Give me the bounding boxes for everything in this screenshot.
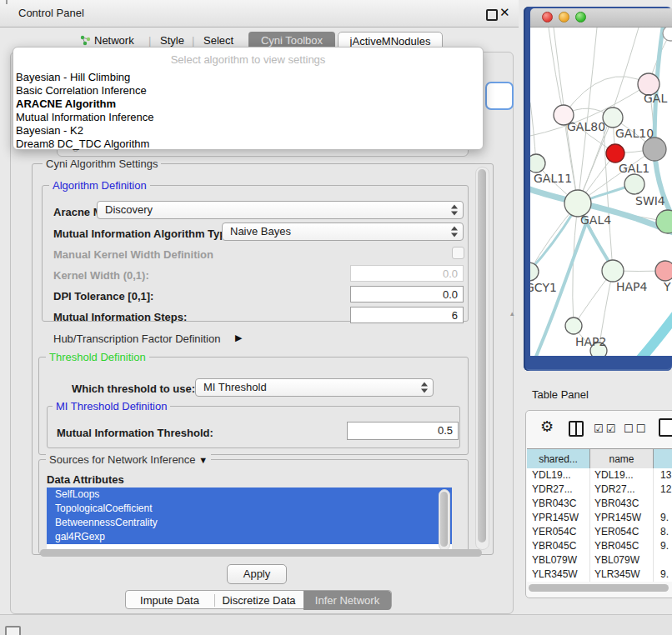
which-threshold-label: Which threshold to use: — [72, 382, 195, 395]
network-canvas[interactable]: GALGAL80GAL10GAL1GAL11SWI4GAL4GCY1HAP4YH… — [530, 28, 672, 356]
table-cell — [654, 553, 672, 568]
table-row[interactable]: YDL19...YDL19...13 — [527, 468, 672, 482]
table-cell: YDR27... — [527, 482, 590, 497]
network-node[interactable] — [655, 261, 672, 281]
network-node[interactable] — [530, 154, 545, 172]
network-node-label: SWI4 — [635, 194, 665, 208]
table-cell: YBR043C — [527, 497, 590, 511]
sources-title-text: Sources for Network Inference — [49, 453, 196, 466]
network-node[interactable] — [624, 174, 644, 194]
mi-type-combo[interactable]: Naive Bayes — [222, 222, 464, 241]
collapse-down-icon[interactable]: ▼ — [198, 455, 208, 465]
table-cell: 12 — [654, 482, 672, 497]
which-threshold-value: MI Threshold — [203, 381, 267, 393]
cyni-settings-title: Cyni Algorithm Settings — [43, 158, 161, 170]
table-row[interactable]: YLR345WYLR345W9. — [527, 568, 672, 582]
network-window-titlebar[interactable] — [530, 8, 672, 28]
expand-right-icon[interactable]: ▶ — [235, 332, 242, 343]
data-attribute-item[interactable]: BetweennessCentrality — [47, 516, 452, 530]
network-node[interactable] — [603, 108, 623, 128]
table-row[interactable]: YBL079WYBL079W — [527, 553, 672, 568]
aracne-mode-combo[interactable]: Discovery — [97, 201, 464, 219]
float-window-icon[interactable] — [486, 9, 498, 21]
gear-icon[interactable]: ⚙ — [540, 418, 554, 436]
threshold-definition-title: Threshold Definition — [46, 351, 149, 363]
select-all-checkboxes-icon[interactable]: ☑☑ — [594, 422, 618, 435]
kernel-width-field[interactable]: 0.0 — [350, 265, 464, 282]
dpi-tolerance-field[interactable]: 0.0 — [350, 286, 464, 302]
network-node[interactable] — [656, 210, 672, 233]
settings-vertical-scrollbar[interactable] — [475, 167, 489, 550]
tab-infer-network[interactable]: Infer Network — [303, 591, 391, 610]
table-row[interactable]: YBR045CYBR045C9. — [527, 539, 672, 553]
attributes-scrollbar-thumb[interactable] — [440, 492, 448, 547]
table-header: shared... name — [527, 448, 672, 470]
manual-kernel-checkbox[interactable] — [452, 247, 464, 259]
network-node-label: GCY1 — [530, 281, 557, 294]
minimized-panel-icon[interactable] — [5, 626, 21, 635]
network-graph: GALGAL80GAL10GAL1GAL11SWI4GAL4GCY1HAP4YH… — [530, 28, 672, 356]
deselect-all-checkboxes-icon[interactable]: ☐☐ — [624, 422, 648, 435]
algorithm-option[interactable]: Bayesian - K2 — [13, 124, 483, 138]
table-row[interactable]: YER054CYER054C8. — [527, 525, 672, 539]
apply-button[interactable]: Apply — [227, 564, 287, 584]
network-node[interactable] — [663, 28, 672, 41]
network-node[interactable] — [602, 260, 624, 282]
network-node[interactable] — [530, 262, 539, 281]
network-node[interactable] — [565, 318, 582, 334]
data-attributes-list[interactable]: SelfLoopsTopologicalCoefficientBetweenne… — [47, 488, 452, 552]
network-node-label: GAL1 — [619, 162, 649, 175]
export-table-icon[interactable] — [659, 418, 672, 437]
tab-network[interactable]: Network — [94, 34, 134, 47]
algorithm-option[interactable]: Basic Correlation Inference — [13, 84, 483, 98]
table-row[interactable]: YPR145WYPR145W9. — [527, 511, 672, 525]
which-threshold-combo[interactable]: MI Threshold — [195, 378, 434, 397]
focused-combo-fragment[interactable] — [485, 82, 514, 110]
tab-discretize-data[interactable]: Discretize Data — [215, 591, 303, 610]
column-header-clipped[interactable] — [654, 449, 672, 469]
close-icon[interactable]: ✕ — [499, 5, 510, 20]
kernel-width-label: Kernel Width (0,1): — [53, 269, 149, 282]
column-header-name[interactable]: name — [590, 449, 654, 469]
control-panel-title: Control Panel — [18, 7, 84, 19]
mi-type-value: Naive Bayes — [230, 225, 291, 238]
settings-horizontal-scrollbar[interactable] — [40, 549, 482, 557]
data-attribute-item[interactable]: TopologicalCoefficient — [47, 502, 452, 516]
table-cell: 9. — [654, 539, 672, 553]
network-node-label: HAP4 — [616, 280, 648, 293]
algorithm-option[interactable]: Bayesian - Hill Climbing — [13, 71, 483, 84]
settings-vertical-scrollbar-thumb[interactable] — [478, 169, 486, 542]
tab-style[interactable]: Style — [160, 34, 184, 47]
tab-select[interactable]: Select — [203, 34, 233, 47]
table-body: YDL19...YDL19...13YDR27...YDR27...12YBR0… — [527, 468, 672, 582]
close-traffic-light[interactable] — [542, 12, 553, 22]
tab-separator: | — [192, 34, 194, 47]
network-node-label: HAP2 — [575, 335, 606, 348]
table-cell: YBL079W — [590, 553, 654, 568]
tab-separator: | — [148, 34, 151, 47]
zoom-traffic-light[interactable] — [575, 12, 586, 22]
column-selector-icon[interactable] — [569, 421, 584, 437]
panel-resize-icon[interactable]: ▴ — [510, 309, 514, 318]
network-node[interactable] — [643, 138, 666, 161]
network-node[interactable] — [606, 144, 624, 162]
mi-threshold-field[interactable]: 0.5 — [347, 422, 459, 440]
data-attribute-item[interactable]: SelfLoops — [47, 488, 452, 502]
table-row[interactable]: YBR043CYBR043C — [527, 497, 672, 511]
bottom-tabbar: Impute Data Discretize Data Infer Networ… — [125, 590, 392, 609]
table-cell: YDL19... — [590, 468, 654, 482]
algorithm-option[interactable]: Mutual Information Inference — [13, 111, 483, 124]
table-row[interactable]: YDR27...YDR27...12 — [527, 482, 672, 497]
data-attribute-item[interactable]: gal4RGexp — [47, 530, 452, 544]
algorithm-option[interactable]: ARACNE Algorithm — [13, 98, 483, 111]
tab-impute-data[interactable]: Impute Data — [126, 591, 213, 610]
column-header-shared-name[interactable]: shared... — [527, 449, 590, 469]
minimize-traffic-light[interactable] — [559, 12, 569, 22]
titlebar-tick — [6, 0, 8, 4]
mi-steps-field[interactable]: 6 — [350, 307, 464, 323]
table-horizontal-scrollbar[interactable] — [529, 584, 669, 592]
algorithm-popup-list: Bayesian - Hill ClimbingBasic Correlatio… — [13, 71, 483, 151]
table-cell: YPR145W — [590, 511, 654, 525]
algorithm-option[interactable]: Dream8 DC_TDC Algorithm — [13, 138, 483, 151]
attributes-scrollbar[interactable] — [439, 489, 450, 551]
